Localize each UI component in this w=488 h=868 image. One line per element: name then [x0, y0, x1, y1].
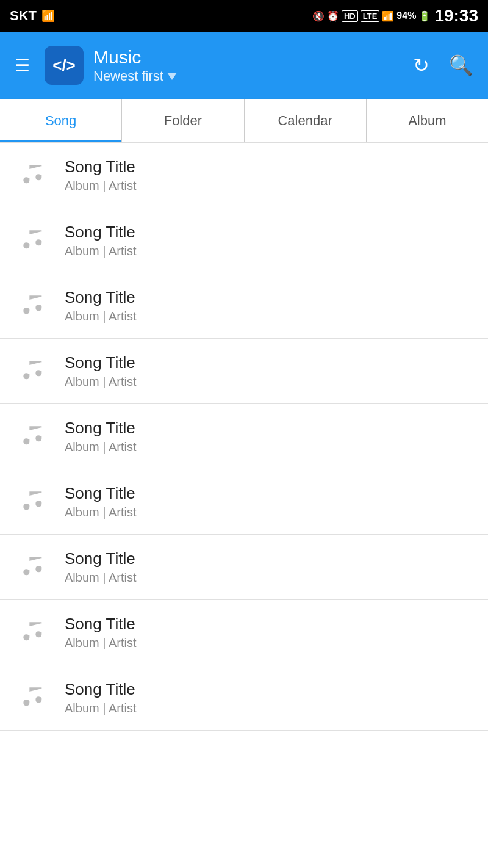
song-title: Song Title	[65, 484, 476, 503]
song-info: Song TitleAlbum | Artist	[55, 549, 476, 585]
song-title: Song Title	[65, 223, 476, 242]
song-meta: Album | Artist	[65, 179, 476, 193]
song-list: Song TitleAlbum | Artist Song TitleAlbum…	[0, 143, 488, 731]
music-note-icon	[12, 676, 55, 719]
status-icons: 🔇 ⏰ HD LTE 📶 94% 🔋	[312, 10, 431, 22]
music-note-icon	[12, 284, 55, 327]
song-item[interactable]: Song TitleAlbum | Artist	[0, 600, 488, 665]
sort-label: Newest first	[93, 68, 163, 84]
carrier-label: SKT	[10, 8, 37, 24]
song-info: Song TitleAlbum | Artist	[55, 353, 476, 389]
search-icon[interactable]: 🔍	[444, 49, 478, 82]
lte-badge: LTE	[361, 10, 380, 22]
song-title: Song Title	[65, 419, 476, 438]
tabs-bar: Song Folder Calendar Album	[0, 99, 488, 143]
wifi-icon: 📶	[41, 9, 55, 23]
song-info: Song TitleAlbum | Artist	[55, 484, 476, 519]
tab-folder[interactable]: Folder	[122, 99, 244, 142]
app-bar: ☰ </> Music Newest first ↻ 🔍	[0, 32, 488, 99]
song-meta: Album | Artist	[65, 571, 476, 585]
song-title: Song Title	[65, 549, 476, 568]
app-bar-actions: ↻ 🔍	[408, 49, 478, 82]
hd-badge: HD	[342, 10, 358, 22]
status-left: SKT 📶	[10, 8, 55, 24]
song-info: Song TitleAlbum | Artist	[55, 223, 476, 258]
mute-icon: 🔇	[312, 10, 325, 22]
song-item[interactable]: Song TitleAlbum | Artist	[0, 339, 488, 404]
song-item[interactable]: Song TitleAlbum | Artist	[0, 208, 488, 273]
song-title: Song Title	[65, 288, 476, 307]
song-item[interactable]: Song TitleAlbum | Artist	[0, 404, 488, 469]
song-meta: Album | Artist	[65, 244, 476, 258]
music-note-icon	[12, 219, 55, 262]
tab-album[interactable]: Album	[367, 99, 488, 142]
song-meta: Album | Artist	[65, 440, 476, 454]
song-meta: Album | Artist	[65, 701, 476, 715]
status-right: 🔇 ⏰ HD LTE 📶 94% 🔋 19:33	[312, 6, 478, 26]
hamburger-icon[interactable]: ☰	[10, 51, 35, 81]
signal-icon: 📶	[382, 10, 394, 22]
song-title: Song Title	[65, 615, 476, 634]
app-subtitle[interactable]: Newest first	[93, 68, 398, 84]
music-note-icon	[12, 415, 55, 458]
app-logo: </>	[45, 46, 84, 85]
song-item[interactable]: Song TitleAlbum | Artist	[0, 273, 488, 339]
song-info: Song TitleAlbum | Artist	[55, 419, 476, 454]
music-note-icon	[12, 350, 55, 392]
song-info: Song TitleAlbum | Artist	[55, 680, 476, 715]
song-title: Song Title	[65, 680, 476, 699]
song-meta: Album | Artist	[65, 375, 476, 389]
song-info: Song TitleAlbum | Artist	[55, 157, 476, 193]
music-note-icon	[12, 154, 55, 197]
song-info: Song TitleAlbum | Artist	[55, 615, 476, 650]
song-title: Song Title	[65, 157, 476, 176]
song-item[interactable]: Song TitleAlbum | Artist	[0, 143, 488, 208]
song-item[interactable]: Song TitleAlbum | Artist	[0, 469, 488, 535]
status-time: 19:33	[434, 6, 478, 26]
music-note-icon	[12, 480, 55, 523]
music-note-icon	[12, 546, 55, 588]
app-title-block: Music Newest first	[93, 46, 398, 84]
alarm-icon: ⏰	[327, 10, 339, 22]
song-title: Song Title	[65, 353, 476, 372]
song-info: Song TitleAlbum | Artist	[55, 288, 476, 324]
battery-icon: 🔋	[418, 10, 431, 22]
song-item[interactable]: Song TitleAlbum | Artist	[0, 535, 488, 600]
song-meta: Album | Artist	[65, 505, 476, 519]
sort-dropdown-icon	[167, 73, 177, 80]
tab-song[interactable]: Song	[0, 99, 122, 142]
app-title: Music	[93, 46, 398, 68]
song-meta: Album | Artist	[65, 636, 476, 650]
music-note-icon	[12, 611, 55, 654]
song-item[interactable]: Song TitleAlbum | Artist	[0, 665, 488, 731]
battery-label: 94%	[396, 10, 416, 21]
status-bar: SKT 📶 🔇 ⏰ HD LTE 📶 94% 🔋 19:33	[0, 0, 488, 32]
tab-calendar[interactable]: Calendar	[245, 99, 367, 142]
song-meta: Album | Artist	[65, 309, 476, 324]
refresh-icon[interactable]: ↻	[408, 49, 434, 82]
